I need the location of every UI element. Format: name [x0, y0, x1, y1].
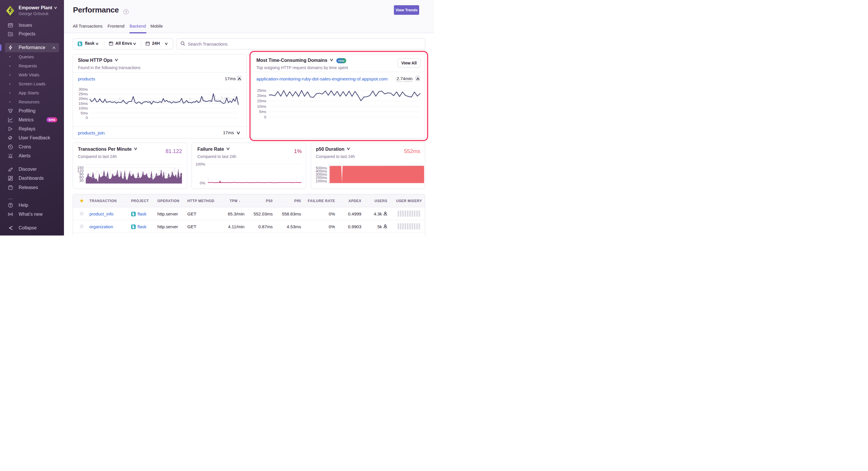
svg-text:10ms: 10ms: [257, 104, 266, 109]
svg-text:15ms: 15ms: [257, 99, 266, 103]
svg-text:5ms: 5ms: [81, 111, 88, 115]
svg-text:20ms: 20ms: [79, 96, 88, 101]
svg-text:25ms: 25ms: [257, 88, 266, 93]
svg-text:100ms: 100ms: [316, 179, 327, 183]
svg-text:?: ?: [125, 10, 127, 14]
svg-text:30: 30: [80, 178, 84, 183]
svg-text:0: 0: [264, 115, 266, 119]
svg-text:25ms: 25ms: [79, 92, 88, 96]
svg-text:0: 0: [86, 115, 88, 120]
svg-text:10ms: 10ms: [79, 106, 88, 110]
svg-text:0%: 0%: [200, 181, 205, 185]
svg-text:30ms: 30ms: [79, 87, 88, 92]
svg-text:5ms: 5ms: [259, 109, 266, 114]
svg-text:20ms: 20ms: [257, 94, 266, 98]
svg-text:15ms: 15ms: [79, 101, 88, 106]
svg-text:100%: 100%: [196, 162, 206, 166]
